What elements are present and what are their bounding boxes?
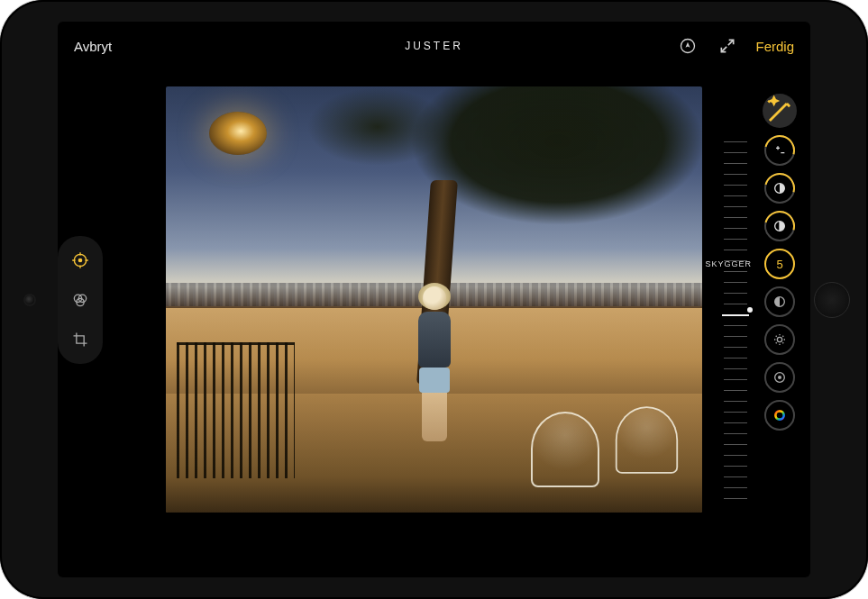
half-split-icon — [772, 219, 787, 233]
markup-pen-icon[interactable] — [676, 34, 699, 58]
spectrum-ring-icon — [772, 408, 787, 422]
cancel-button[interactable]: Avbryt — [74, 39, 112, 54]
mode-adjust-button[interactable] — [67, 247, 94, 274]
plus-minus-icon — [772, 143, 787, 158]
half-circle-alt-icon — [772, 295, 787, 309]
home-button[interactable] — [814, 282, 850, 318]
mode-crop-button[interactable] — [67, 326, 94, 353]
adjust-brilliance[interactable] — [764, 173, 795, 204]
fullscreen-icon[interactable] — [716, 34, 739, 58]
ruler-indicator — [722, 314, 749, 316]
edit-mode-strip — [58, 236, 103, 364]
adjust-exposure[interactable] — [764, 135, 795, 166]
adjust-highlights[interactable] — [764, 211, 795, 241]
adjustment-label: SKYGGER — [705, 259, 752, 268]
adjust-shadows[interactable]: SKYGGER 5 — [764, 249, 795, 279]
adjust-blackpoint[interactable] — [764, 362, 795, 393]
photo-image — [166, 86, 702, 513]
svg-point-9 — [777, 337, 781, 341]
intensity-ruler[interactable] — [724, 139, 747, 505]
mode-filters-button[interactable] — [67, 286, 94, 313]
photo-canvas[interactable] — [166, 86, 702, 513]
dot-ring-icon — [772, 370, 787, 385]
front-camera — [25, 295, 34, 304]
adjust-brightness[interactable] — [764, 324, 795, 355]
svg-point-7 — [775, 222, 785, 231]
editor-topbar: Avbryt JUSTER Ferdig — [58, 22, 810, 70]
svg-point-11 — [778, 376, 781, 379]
ipad-frame: Avbryt JUSTER Ferdig — [0, 0, 868, 599]
done-button[interactable]: Ferdig — [755, 39, 794, 54]
adjust-saturation[interactable] — [764, 400, 795, 431]
svg-point-2 — [78, 259, 81, 261]
auto-enhance-button[interactable] — [763, 94, 797, 128]
magic-wand-icon — [763, 94, 797, 128]
adjust-contrast[interactable] — [764, 286, 795, 317]
sun-icon — [772, 332, 787, 347]
svg-point-12 — [775, 411, 783, 419]
adjustment-strip: SKYGGER 5 — [754, 94, 805, 541]
half-circle-icon — [772, 181, 787, 195]
mode-title: JUSTER — [209, 40, 659, 52]
photo-editor-screen: Avbryt JUSTER Ferdig — [58, 22, 810, 577]
adjustment-value: 5 — [776, 258, 782, 271]
svg-point-6 — [775, 184, 785, 194]
